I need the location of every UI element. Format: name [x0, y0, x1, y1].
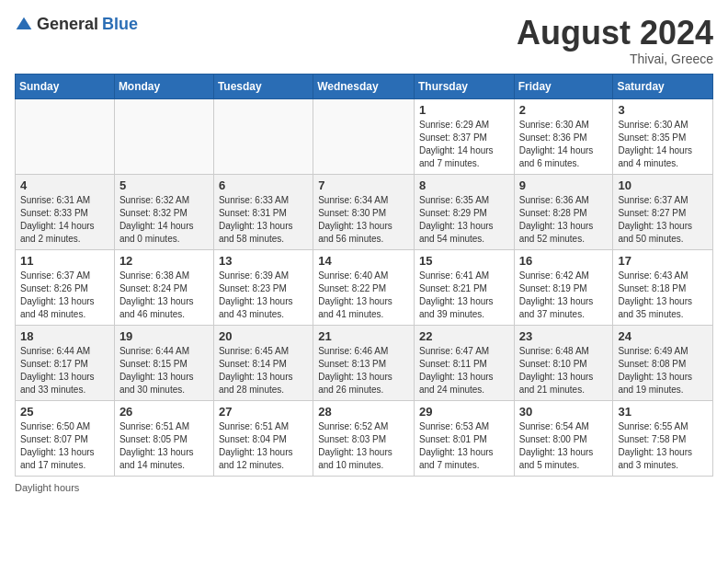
- day-number: 30: [519, 405, 609, 419]
- calendar-week-row: 11Sunrise: 6:37 AM Sunset: 8:26 PM Dayli…: [16, 249, 713, 325]
- calendar-cell: 29Sunrise: 6:53 AM Sunset: 8:01 PM Dayli…: [414, 400, 514, 476]
- col-header-wednesday: Wednesday: [313, 74, 415, 98]
- col-header-thursday: Thursday: [414, 74, 514, 98]
- day-info: Sunrise: 6:44 AM Sunset: 8:15 PM Dayligh…: [119, 345, 209, 396]
- calendar-cell: 25Sunrise: 6:50 AM Sunset: 8:07 PM Dayli…: [16, 400, 115, 476]
- day-info: Sunrise: 6:51 AM Sunset: 8:05 PM Dayligh…: [119, 420, 209, 472]
- svg-marker-0: [17, 17, 32, 29]
- day-number: 11: [20, 254, 109, 268]
- calendar-week-row: 1Sunrise: 6:29 AM Sunset: 8:37 PM Daylig…: [16, 98, 713, 174]
- logo-blue: Blue: [102, 15, 138, 34]
- calendar-cell: 31Sunrise: 6:55 AM Sunset: 7:58 PM Dayli…: [613, 400, 713, 476]
- page-header: General Blue August 2024 Thivai, Greece: [15, 15, 713, 66]
- day-number: 19: [119, 329, 209, 343]
- day-info: Sunrise: 6:30 AM Sunset: 8:35 PM Dayligh…: [618, 119, 708, 170]
- day-info: Sunrise: 6:31 AM Sunset: 8:33 PM Dayligh…: [20, 194, 109, 246]
- calendar-table: SundayMondayTuesdayWednesdayThursdayFrid…: [15, 74, 713, 477]
- calendar-cell: [16, 98, 115, 174]
- day-number: 22: [419, 329, 509, 343]
- day-info: Sunrise: 6:49 AM Sunset: 8:08 PM Dayligh…: [618, 345, 708, 396]
- day-number: 7: [318, 178, 409, 192]
- calendar-cell: [213, 98, 313, 174]
- day-number: 3: [618, 103, 708, 117]
- calendar-cell: 7Sunrise: 6:34 AM Sunset: 8:30 PM Daylig…: [313, 174, 415, 249]
- day-info: Sunrise: 6:44 AM Sunset: 8:17 PM Dayligh…: [20, 345, 109, 396]
- logo-icon: [15, 16, 33, 34]
- day-number: 28: [318, 405, 409, 419]
- calendar-cell: 2Sunrise: 6:30 AM Sunset: 8:36 PM Daylig…: [514, 98, 613, 174]
- day-info: Sunrise: 6:51 AM Sunset: 8:04 PM Dayligh…: [219, 420, 308, 472]
- day-number: 15: [419, 254, 509, 268]
- day-info: Sunrise: 6:34 AM Sunset: 8:30 PM Dayligh…: [318, 194, 409, 246]
- calendar-cell: 6Sunrise: 6:33 AM Sunset: 8:31 PM Daylig…: [213, 174, 313, 249]
- calendar-cell: 30Sunrise: 6:54 AM Sunset: 8:00 PM Dayli…: [514, 400, 613, 476]
- calendar-week-row: 4Sunrise: 6:31 AM Sunset: 8:33 PM Daylig…: [16, 174, 713, 249]
- calendar-cell: 22Sunrise: 6:47 AM Sunset: 8:11 PM Dayli…: [414, 325, 514, 400]
- day-number: 25: [20, 405, 109, 419]
- day-info: Sunrise: 6:42 AM Sunset: 8:19 PM Dayligh…: [519, 270, 609, 321]
- day-number: 20: [219, 329, 308, 343]
- day-info: Sunrise: 6:35 AM Sunset: 8:29 PM Dayligh…: [419, 194, 509, 246]
- calendar-cell: 13Sunrise: 6:39 AM Sunset: 8:23 PM Dayli…: [213, 249, 313, 325]
- calendar-header-row: SundayMondayTuesdayWednesdayThursdayFrid…: [16, 74, 713, 98]
- day-number: 5: [119, 178, 209, 192]
- day-info: Sunrise: 6:48 AM Sunset: 8:10 PM Dayligh…: [519, 345, 609, 396]
- calendar-cell: 19Sunrise: 6:44 AM Sunset: 8:15 PM Dayli…: [114, 325, 213, 400]
- day-info: Sunrise: 6:41 AM Sunset: 8:21 PM Dayligh…: [419, 270, 509, 321]
- calendar-cell: 27Sunrise: 6:51 AM Sunset: 8:04 PM Dayli…: [213, 400, 313, 476]
- day-number: 26: [119, 405, 209, 419]
- day-info: Sunrise: 6:30 AM Sunset: 8:36 PM Dayligh…: [519, 119, 609, 170]
- day-number: 12: [119, 254, 209, 268]
- day-info: Sunrise: 6:47 AM Sunset: 8:11 PM Dayligh…: [419, 345, 509, 396]
- calendar-cell: 12Sunrise: 6:38 AM Sunset: 8:24 PM Dayli…: [114, 249, 213, 325]
- day-number: 2: [519, 103, 609, 117]
- col-header-tuesday: Tuesday: [213, 74, 313, 98]
- col-header-saturday: Saturday: [613, 74, 713, 98]
- calendar-cell: 9Sunrise: 6:36 AM Sunset: 8:28 PM Daylig…: [514, 174, 613, 249]
- day-number: 9: [519, 178, 609, 192]
- daylight-label: Daylight hours: [15, 482, 79, 493]
- day-number: 21: [318, 329, 409, 343]
- day-number: 8: [419, 178, 509, 192]
- title-block: August 2024 Thivai, Greece: [517, 15, 713, 66]
- month-year: August 2024: [517, 15, 713, 52]
- calendar-cell: 28Sunrise: 6:52 AM Sunset: 8:03 PM Dayli…: [313, 400, 415, 476]
- day-info: Sunrise: 6:46 AM Sunset: 8:13 PM Dayligh…: [318, 345, 409, 396]
- calendar-cell: 8Sunrise: 6:35 AM Sunset: 8:29 PM Daylig…: [414, 174, 514, 249]
- day-number: 18: [20, 329, 109, 343]
- calendar-cell: 17Sunrise: 6:43 AM Sunset: 8:18 PM Dayli…: [613, 249, 713, 325]
- day-info: Sunrise: 6:29 AM Sunset: 8:37 PM Dayligh…: [419, 119, 509, 170]
- location: Thivai, Greece: [517, 52, 713, 66]
- calendar-cell: 10Sunrise: 6:37 AM Sunset: 8:27 PM Dayli…: [613, 174, 713, 249]
- day-number: 4: [20, 178, 109, 192]
- day-number: 29: [419, 405, 509, 419]
- day-number: 14: [318, 254, 409, 268]
- calendar-cell: 24Sunrise: 6:49 AM Sunset: 8:08 PM Dayli…: [613, 325, 713, 400]
- calendar-week-row: 18Sunrise: 6:44 AM Sunset: 8:17 PM Dayli…: [16, 325, 713, 400]
- calendar-cell: [114, 98, 213, 174]
- day-number: 1: [419, 103, 509, 117]
- day-info: Sunrise: 6:36 AM Sunset: 8:28 PM Dayligh…: [519, 194, 609, 246]
- day-info: Sunrise: 6:33 AM Sunset: 8:31 PM Dayligh…: [219, 194, 308, 246]
- calendar-cell: 4Sunrise: 6:31 AM Sunset: 8:33 PM Daylig…: [16, 174, 115, 249]
- calendar-cell: 14Sunrise: 6:40 AM Sunset: 8:22 PM Dayli…: [313, 249, 415, 325]
- day-number: 24: [618, 329, 708, 343]
- col-header-friday: Friday: [514, 74, 613, 98]
- day-number: 16: [519, 254, 609, 268]
- calendar-cell: 5Sunrise: 6:32 AM Sunset: 8:32 PM Daylig…: [114, 174, 213, 249]
- day-number: 13: [219, 254, 308, 268]
- day-number: 17: [618, 254, 708, 268]
- day-info: Sunrise: 6:37 AM Sunset: 8:27 PM Dayligh…: [618, 194, 708, 246]
- day-number: 6: [219, 178, 308, 192]
- calendar-cell: 20Sunrise: 6:45 AM Sunset: 8:14 PM Dayli…: [213, 325, 313, 400]
- day-number: 27: [219, 405, 308, 419]
- calendar-cell: 21Sunrise: 6:46 AM Sunset: 8:13 PM Dayli…: [313, 325, 415, 400]
- footer-note: Daylight hours: [15, 482, 713, 493]
- logo-general: General: [37, 15, 98, 34]
- day-info: Sunrise: 6:55 AM Sunset: 7:58 PM Dayligh…: [618, 420, 708, 472]
- day-info: Sunrise: 6:37 AM Sunset: 8:26 PM Dayligh…: [20, 270, 109, 321]
- calendar-cell: 11Sunrise: 6:37 AM Sunset: 8:26 PM Dayli…: [16, 249, 115, 325]
- day-info: Sunrise: 6:38 AM Sunset: 8:24 PM Dayligh…: [119, 270, 209, 321]
- calendar-cell: [313, 98, 415, 174]
- day-number: 10: [618, 178, 708, 192]
